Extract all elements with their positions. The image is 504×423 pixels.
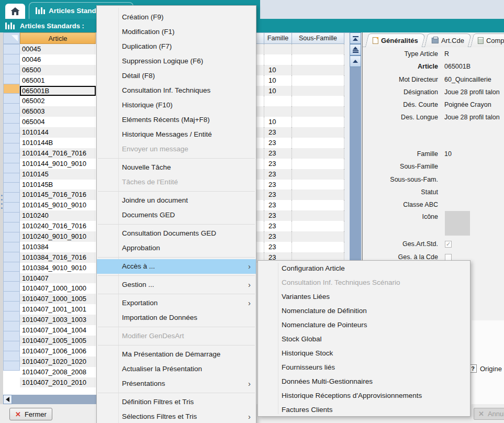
row-selector[interactable] — [3, 182, 20, 193]
table-row[interactable]: 1010240_9010_9010 — [20, 231, 96, 242]
vertical-scrollbar[interactable] — [350, 32, 361, 263]
menu-item[interactable]: Historique Messages / Entité — [97, 127, 256, 142]
table-row[interactable]: 23 — [252, 242, 344, 252]
scroll-up-button[interactable] — [350, 55, 361, 67]
row-selector[interactable] — [3, 64, 20, 74]
table-row[interactable]: 1010144_9010_9010 — [20, 159, 96, 169]
menu-item[interactable]: Exportation› — [97, 296, 256, 310]
table-row[interactable]: 23 — [252, 169, 344, 180]
row-selector[interactable] — [3, 93, 20, 104]
menu-item[interactable]: Joindre un document — [97, 193, 256, 208]
menu-item[interactable]: Documents GED — [97, 208, 256, 222]
table-row[interactable]: 1010144_7016_7016 — [20, 148, 96, 159]
row-selector[interactable] — [3, 271, 20, 282]
table-row[interactable]: 1010407_1004_1004 — [20, 325, 96, 336]
table-row[interactable]: 1010240 — [20, 210, 96, 221]
menu-item[interactable]: Historique (F10) — [97, 98, 256, 113]
menu-item[interactable]: Suppression Logique (F6) — [97, 54, 256, 69]
menu-item[interactable]: Fournisseurs liés — [258, 360, 470, 374]
menu-item[interactable]: Création (F9) — [97, 10, 256, 25]
icone-placeholder[interactable] — [445, 211, 470, 236]
column-header-famille[interactable]: Famille — [264, 32, 292, 44]
table-row[interactable]: 23 — [252, 127, 344, 138]
table-row[interactable]: 065003 — [20, 106, 96, 117]
row-selector[interactable] — [3, 252, 20, 262]
table-row[interactable]: 1010145_9010_9010 — [20, 200, 96, 210]
row-selector[interactable] — [3, 281, 20, 292]
table-row[interactable]: 1010407_1003_1003 — [20, 315, 96, 325]
row-selector[interactable] — [3, 232, 20, 242]
fermer-button[interactable]: ✕ Fermer — [9, 408, 52, 420]
menu-item[interactable]: Définition Filtres et Tris — [97, 395, 256, 409]
menu-item[interactable]: Détail (F8) — [97, 69, 256, 83]
row-selector[interactable] — [3, 44, 20, 54]
table-row[interactable]: 10 — [252, 117, 344, 127]
table-row[interactable]: 1010407_1001_1001 — [20, 304, 96, 315]
menu-item[interactable]: Accès à ...› — [97, 259, 256, 274]
menu-item[interactable]: Nomenclature de Pointeurs — [258, 318, 470, 332]
table-row[interactable]: 1010407_2008_2008 — [20, 367, 96, 377]
menu-item[interactable]: Sélections Filtres et Tris› — [97, 409, 256, 423]
ges-art-std-checkbox[interactable]: ✓ — [445, 241, 452, 248]
row-selector[interactable] — [3, 311, 20, 321]
annuler-button[interactable]: ✕ Annuler — [474, 408, 504, 420]
table-row[interactable]: 1010407_1000_1005 — [20, 294, 96, 304]
menu-item[interactable]: Actualiser la Présentation — [97, 362, 256, 376]
row-selector[interactable] — [3, 192, 20, 203]
table-row[interactable]: 1010407_1005_1005 — [20, 336, 96, 346]
menu-item[interactable]: Consultation Inf. Techniques — [97, 83, 256, 98]
table-row[interactable]: 1010384_7016_7016 — [20, 252, 96, 263]
menu-item[interactable]: Nomenclature de Définition — [258, 304, 470, 318]
table-row[interactable]: 00046 — [20, 54, 96, 65]
menu-item[interactable]: Données Multi-Gestionnaires — [258, 374, 470, 388]
scroll-left-button[interactable] — [3, 395, 12, 404]
row-selector[interactable] — [3, 351, 20, 361]
table-row[interactable]: 23 — [252, 159, 344, 169]
table-row[interactable]: 1010407_2010_2010 — [20, 377, 96, 388]
row-selector[interactable] — [3, 74, 20, 84]
table-row[interactable]: 10 — [252, 75, 344, 86]
menu-item[interactable]: Duplication (F7) — [97, 39, 256, 54]
row-selector[interactable] — [3, 202, 20, 213]
table-corner-cell[interactable] — [3, 32, 20, 44]
table-row[interactable]: 1010407_1006_1006 — [20, 346, 96, 357]
table-row[interactable]: 1010145_7016_7016 — [20, 190, 96, 200]
table-row[interactable]: 23 — [252, 148, 344, 159]
table-row[interactable] — [252, 54, 344, 65]
table-row[interactable]: 23 — [252, 231, 344, 242]
menu-item[interactable]: Historique Réceptions d'Approvisionnemen… — [258, 388, 470, 403]
row-selector[interactable] — [3, 84, 20, 94]
horizontal-scrollbar[interactable] — [3, 395, 96, 404]
row-selector[interactable] — [3, 331, 20, 341]
column-header-sous-famille[interactable]: Sous-Famille — [292, 32, 344, 44]
table-row[interactable]: 23 — [252, 221, 344, 231]
menu-item[interactable]: Historique Stock — [258, 346, 470, 360]
scroll-page-up-button[interactable] — [350, 44, 361, 55]
menu-item[interactable]: Configuration Article — [258, 261, 470, 275]
tab-art-cde[interactable]: Art.Cde — [424, 34, 472, 47]
table-row[interactable]: 1010384_9010_9010 — [20, 263, 96, 273]
table-row[interactable]: 1010407_1000_1000 — [20, 283, 96, 294]
table-row[interactable]: 1010407_1020_1020 — [20, 357, 96, 367]
table-row[interactable] — [252, 44, 344, 54]
column-header-article[interactable]: Article — [20, 32, 96, 44]
menu-item[interactable]: Eléments Récents (Maj+F8) — [97, 113, 256, 127]
menu-item[interactable]: Ma Présentation de Démarrage — [97, 347, 256, 362]
menu-item[interactable]: Gestion ...› — [97, 277, 256, 292]
row-selector[interactable] — [3, 222, 20, 232]
table-row[interactable]: 065001 — [20, 75, 96, 86]
row-selector[interactable] — [3, 341, 20, 351]
row-selector[interactable] — [3, 103, 20, 114]
row-selector[interactable] — [3, 321, 20, 331]
row-selector[interactable] — [3, 54, 20, 64]
menu-item[interactable]: Importation de Données — [97, 310, 256, 325]
table-row[interactable]: 00045 — [20, 44, 96, 54]
table-row[interactable]: 1010144 — [20, 127, 96, 138]
menu-item[interactable]: Factures Clients — [258, 403, 470, 417]
menu-item[interactable]: Consultation Documents GED — [97, 226, 256, 241]
tab-home[interactable] — [5, 4, 25, 19]
table-row[interactable]: 1010240_7016_7016 — [20, 221, 96, 231]
row-selector[interactable] — [3, 143, 20, 153]
row-selector[interactable] — [3, 153, 20, 163]
row-selector[interactable] — [3, 113, 20, 124]
